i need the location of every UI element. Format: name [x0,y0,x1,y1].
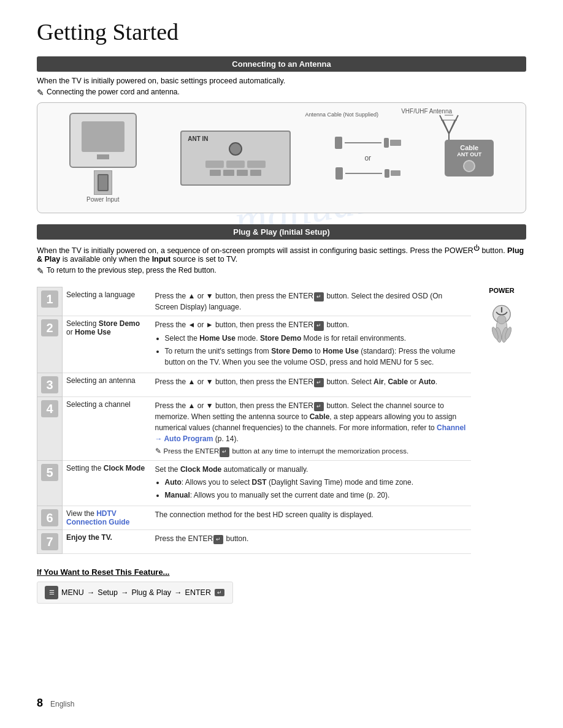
step-1-desc: Press the ▲ or ▼ button, then press the … [151,287,472,316]
page-footer: 8 English [37,697,74,710]
coax-1 [384,138,389,148]
back-ports-row2 [210,170,261,176]
page-language: English [50,700,74,708]
ant-in-label: ANT IN [188,135,208,142]
tv-stand [97,154,109,159]
page-number: 8 [37,697,43,710]
port-small-1 [210,170,221,176]
enter-btn-7: ↵ [213,535,223,545]
ant-out-label: ANT OUT [457,151,481,157]
step-3-num: 3 [37,373,63,396]
antenna-diagram: VHF/UHF Antenna Antenna Cable (Not Suppl… [37,102,526,213]
tv-screen [82,121,124,152]
step-7-title: Enjoy the TV. [63,529,151,553]
hdtv-link: HDTV Connection Guide [66,509,129,526]
tv-illustration: Power Input [69,113,137,203]
port-small-2 [223,170,234,176]
coax-2 [385,169,389,178]
power-label: POWER [489,287,515,294]
step-2-bullets: Select the Home Use mode. Store Demo Mod… [155,333,468,368]
arrow-2: → [121,588,129,597]
step-num-bg-3: 3 [41,376,58,393]
plug-2 [335,167,343,180]
table-row: 1 Selecting a language Press the ▲ or ▼ … [37,287,472,316]
steps-tbody: 1 Selecting a language Press the ▲ or ▼ … [37,287,472,554]
step-3-title: Selecting an antenna [63,373,151,396]
step-2-title: Selecting Store Demoor Home Use [63,316,151,373]
cable-line-2 [345,173,382,174]
enter-btn-3: ↵ [314,378,324,388]
arrow-1: → [87,588,95,597]
enter-btn-2: ↵ [314,321,324,331]
enter-btn-final: ↵ [215,589,224,596]
antenna-note-text: Connecting the power cord and antenna. [47,88,180,96]
enter-btn-4: ↵ [314,402,324,412]
antenna-intro: When the TV is initially powered on, bas… [37,77,526,85]
step-4-num: 4 [37,396,63,460]
power-plug [98,174,109,191]
reset-section: If You Want to Reset This Feature... ☰ M… [37,567,526,604]
enter-final-text: ENTER [185,588,211,597]
power-button-svg [483,298,520,347]
antenna-header: Connecting to an Antenna [37,56,526,72]
power-input-label: Power Input [86,196,119,203]
step-6-desc: The connection method for the best HD sc… [151,506,472,529]
step-num-bg-4: 4 [41,400,58,417]
antenna-section: Connecting to an Antenna When the TV is … [37,56,526,213]
top-connector-row [335,137,401,149]
step-7-num: 7 [37,529,63,553]
step-4-desc: Press the ▲ or ▼ button, then press the … [151,396,472,460]
cable-box-area: Cable ANT OUT [445,140,494,176]
enter-btn-4b: ↵ [220,447,229,457]
steps-table: 1 Selecting a language Press the ▲ or ▼ … [37,287,471,554]
svg-line-2 [443,120,449,134]
or-divider: or [364,154,371,162]
step-6-title: View the HDTV Connection Guide [63,506,151,529]
menu-path: ☰ MENU → Setup → Plug & Play → ENTER ↵ [37,582,233,604]
list-item: Select the Home Use mode. Store Demo Mod… [165,333,468,344]
step-num-bg-5: 5 [41,464,58,481]
step-1-title: Selecting a language [63,287,151,316]
table-row: 6 View the HDTV Connection Guide The con… [37,506,472,529]
step-num-bg-7: 7 [41,533,58,550]
plug-play-intro: When the TV is initially powered on, a s… [37,245,526,264]
arrow-3: → [174,588,182,597]
power-area: POWER [477,281,526,554]
step-4-note: ✎ Press the ENTER↵ button at any time to… [155,446,468,457]
table-row: 4 Selecting a channel Press the ▲ or ▼ b… [37,396,472,460]
step-5-num: 5 [37,460,63,506]
plug-1 [335,137,342,149]
port-strip-2 [226,161,245,168]
step-6-num: 6 [37,506,63,529]
port-small-3 [237,170,248,176]
coax-connector-2 [391,170,400,176]
channel-link: Channel → Auto Program [155,423,466,443]
table-row: 7 Enjoy the TV. Press the ENTER↵ button. [37,529,472,553]
page-title: Getting Started [37,18,526,45]
step-2-num: 2 [37,316,63,373]
menu-icon-box: ☰ [45,586,58,599]
step-5-bullets: Auto: Allows you to select DST (Daylight… [155,477,468,501]
steps-area: 1 Selecting a language Press the ▲ or ▼ … [37,281,526,554]
step-4-note-text: Press the ENTER↵ button at any time to i… [164,446,409,457]
coax-end-1 [384,138,401,148]
step-4-title: Selecting a channel [63,396,151,460]
antenna-symbol [434,109,464,142]
step-num-bg-2: 2 [41,319,58,336]
plug-play-note-text: To return to the previous step, press th… [47,266,216,275]
step-num-bg-6: 6 [41,509,58,526]
note-icon-2: ✎ [37,266,44,276]
step-num-bg-1: 1 [41,290,58,308]
back-panel: ANT IN [180,131,291,186]
reset-title: If You Want to Reset This Feature... [37,567,526,577]
step-7-desc: Press the ENTER↵ button. [151,529,472,553]
cable-line-1 [345,142,381,143]
table-row: 3 Selecting an antenna Press the ▲ or ▼ … [37,373,472,396]
tv-box [69,113,137,168]
table-row: 5 Setting the Clock Mode Set the Clock M… [37,460,472,506]
step-5-title: Setting the Clock Mode [63,460,151,506]
back-ports-row [205,161,266,168]
table-row: 2 Selecting Store Demoor Home Use Press … [37,316,472,373]
list-item: To return the unit's settings from Store… [165,346,468,368]
list-item: Manual: Allows you to manually set the c… [165,490,468,501]
